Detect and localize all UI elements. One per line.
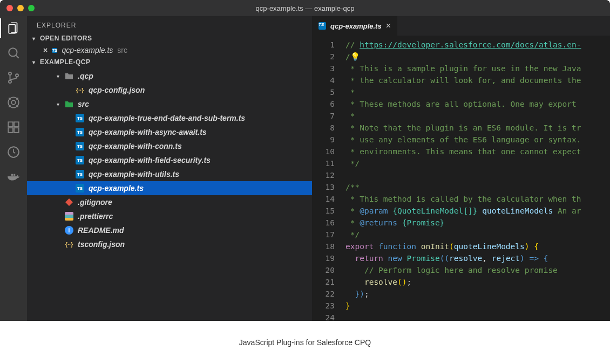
- line-number-gutter: 123456789101112131415161718192021222324: [312, 36, 342, 321]
- prettier-icon: [65, 212, 73, 221]
- extensions-icon[interactable]: [6, 120, 21, 135]
- chevron-down-icon: ▾: [31, 59, 37, 65]
- typescript-icon: TS: [76, 184, 84, 193]
- open-editors-list: × TS qcp-example.ts src: [27, 44, 312, 56]
- titlebar[interactable]: qcp-example.ts — example-qcp: [0, 0, 610, 16]
- svg-rect-15: [11, 174, 13, 176]
- debug-icon[interactable]: [6, 95, 21, 110]
- history-icon[interactable]: [6, 145, 21, 160]
- open-editor-path: src: [117, 46, 127, 54]
- tree-item-label: .gitignore: [78, 198, 112, 207]
- editor-area: TS qcp-example.ts × 12345678910111213141…: [312, 16, 610, 321]
- code-content[interactable]: // https://developer.salesforce.com/docs…: [342, 36, 610, 321]
- svg-point-4: [16, 74, 18, 77]
- tab-filename: qcp-example.ts: [330, 22, 382, 30]
- tree-folder[interactable]: ▾.qcp: [27, 69, 312, 83]
- tree-file[interactable]: {··}qcp-config.json: [27, 83, 312, 97]
- tree-item-label: qcp-example-with-utils.ts: [89, 170, 179, 178]
- tree-item-label: qcp-example-with-async-await.ts: [89, 128, 207, 136]
- open-editors-header[interactable]: ▾ OPEN EDITORS: [27, 32, 312, 44]
- svg-rect-7: [8, 122, 13, 127]
- svg-point-0: [9, 48, 17, 56]
- workspace-name: EXAMPLE-QCP: [40, 58, 91, 66]
- json-icon: {··}: [65, 240, 73, 249]
- info-icon: i: [65, 226, 73, 235]
- open-editors-label: OPEN EDITORS: [40, 35, 92, 42]
- maximize-window-icon[interactable]: [28, 5, 35, 11]
- code-editor[interactable]: 123456789101112131415161718192021222324 …: [312, 36, 610, 321]
- workbench-body: EXPLORER ▾ OPEN EDITORS × TS qcp-example…: [0, 16, 610, 321]
- open-editor-filename: qcp-example.ts: [62, 46, 113, 54]
- explorer-sidebar: EXPLORER ▾ OPEN EDITORS × TS qcp-example…: [27, 16, 312, 321]
- tree-item-label: .prettierrc: [78, 212, 113, 221]
- explorer-icon[interactable]: [6, 20, 21, 36]
- svg-line-1: [16, 55, 18, 58]
- docker-icon[interactable]: [6, 169, 21, 184]
- tree-file[interactable]: TSqcp-example.ts: [27, 181, 312, 195]
- window-controls: [0, 5, 35, 11]
- tree-file[interactable]: .gitignore: [27, 195, 312, 209]
- typescript-icon: TS: [52, 48, 57, 53]
- tree-item-label: qcp-example-with-field-security.ts: [89, 156, 211, 164]
- tree-item-label: qcp-example.ts: [89, 184, 144, 193]
- window-title: qcp-example.ts — example-qcp: [256, 4, 355, 12]
- workspace-header[interactable]: ▾ EXAMPLE-QCP: [27, 56, 312, 68]
- source-control-icon[interactable]: [6, 70, 21, 85]
- tree-file[interactable]: TSqcp-example-true-end-date-and-sub-term…: [27, 111, 312, 125]
- svg-rect-8: [8, 128, 13, 133]
- editor-tabs: TS qcp-example.ts ×: [312, 16, 610, 36]
- explorer-title: EXPLORER: [27, 16, 312, 32]
- typescript-icon: TS: [76, 156, 84, 164]
- folder-src-icon: [65, 100, 73, 108]
- tree-file[interactable]: .prettierrc: [27, 209, 312, 223]
- tree-item-label: qcp-config.json: [89, 86, 145, 94]
- tree-item-label: qcp-example-true-end-date-and-sub-term.t…: [89, 114, 245, 122]
- tree-file[interactable]: TSqcp-example-with-async-await.ts: [27, 125, 312, 139]
- close-editor-icon[interactable]: ×: [43, 46, 48, 54]
- close-window-icon[interactable]: [6, 5, 13, 11]
- tree-file[interactable]: TSqcp-example-with-utils.ts: [27, 167, 312, 181]
- image-caption: JavaScript Plug-ins for Salesforce CPQ: [0, 321, 610, 364]
- close-tab-icon[interactable]: ×: [386, 21, 391, 31]
- folder-icon: [65, 72, 73, 80]
- svg-rect-9: [14, 128, 19, 133]
- chevron-down-icon: ▾: [55, 101, 60, 107]
- chevron-down-icon: ▾: [31, 36, 37, 42]
- typescript-icon: TS: [76, 170, 84, 178]
- json-icon: {··}: [76, 86, 84, 94]
- tree-file[interactable]: {··}tsconfig.json: [27, 237, 312, 251]
- chevron-down-icon: ▾: [55, 73, 60, 79]
- open-editor-item[interactable]: × TS qcp-example.ts src: [27, 44, 312, 56]
- svg-point-3: [9, 80, 11, 83]
- activity-bar: [0, 16, 27, 321]
- file-tree: ▾.qcp{··}qcp-config.json▾srcTSqcp-exampl…: [27, 68, 312, 251]
- tree-item-label: qcp-example-with-conn.ts: [89, 142, 182, 150]
- minimize-window-icon[interactable]: [17, 5, 24, 11]
- svg-point-6: [11, 100, 16, 105]
- typescript-icon: TS: [76, 128, 84, 136]
- tree-item-label: README.md: [78, 226, 124, 235]
- tree-file[interactable]: TSqcp-example-with-field-security.ts: [27, 153, 312, 167]
- svg-point-2: [9, 72, 11, 75]
- vscode-window: qcp-example.ts — example-qcp: [0, 0, 610, 321]
- svg-rect-16: [13, 174, 15, 176]
- typescript-icon: TS: [76, 114, 84, 122]
- tree-file[interactable]: iREADME.md: [27, 223, 312, 237]
- svg-rect-10: [14, 122, 19, 127]
- typescript-icon: TS: [76, 142, 84, 150]
- typescript-icon: TS: [318, 22, 326, 30]
- editor-tab[interactable]: TS qcp-example.ts ×: [312, 16, 398, 36]
- tree-item-label: tsconfig.json: [78, 240, 125, 249]
- search-icon[interactable]: [6, 45, 21, 60]
- tree-item-label: src: [78, 100, 89, 108]
- git-icon: [65, 198, 73, 207]
- tree-item-label: .qcp: [78, 72, 93, 80]
- tree-folder[interactable]: ▾src: [27, 97, 312, 111]
- tree-file[interactable]: TSqcp-example-with-conn.ts: [27, 139, 312, 153]
